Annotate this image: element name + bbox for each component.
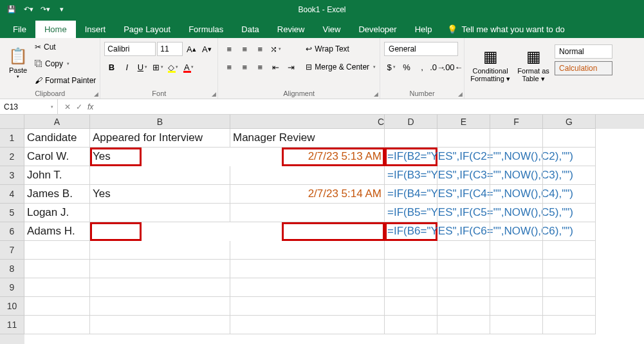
cell[interactable] — [230, 204, 385, 222]
cell[interactable] — [230, 241, 385, 260]
cell[interactable]: Appeared for Interview — [90, 129, 230, 148]
number-launcher-icon[interactable]: ◢ — [458, 91, 463, 97]
accounting-format-icon[interactable]: $ — [384, 60, 398, 74]
cell[interactable] — [385, 316, 437, 334]
tab-view[interactable]: View — [313, 21, 349, 38]
cell[interactable]: Yes — [90, 185, 230, 204]
increase-font-icon[interactable]: A▴ — [184, 42, 198, 56]
cell[interactable] — [490, 222, 543, 241]
paste-button[interactable]: 📋 Paste ▾ — [4, 40, 32, 85]
cell[interactable]: James B. — [24, 185, 90, 204]
cell[interactable] — [490, 260, 543, 278]
fill-color-button[interactable]: ◇ — [166, 60, 180, 74]
column-header[interactable]: F — [490, 115, 543, 129]
cancel-formula-icon[interactable]: ✕ — [64, 102, 71, 111]
cell[interactable] — [24, 241, 90, 260]
cell[interactable] — [490, 204, 543, 222]
cell[interactable] — [90, 316, 230, 334]
column-header[interactable]: G — [543, 115, 596, 129]
cell[interactable] — [437, 166, 490, 185]
align-middle-icon[interactable]: ≡ — [237, 42, 252, 56]
cell[interactable] — [90, 204, 230, 222]
cell[interactable]: =IF(B2="YES",IF(C2="",NOW(),C2),"") — [385, 148, 437, 166]
align-top-icon[interactable]: ≡ — [222, 42, 236, 56]
tab-data[interactable]: Data — [232, 21, 268, 38]
row-header[interactable]: 4 — [0, 185, 24, 204]
cell[interactable] — [543, 278, 596, 297]
row-header[interactable]: 8 — [0, 260, 24, 278]
cell[interactable]: Yes — [90, 148, 142, 166]
cell[interactable] — [385, 278, 437, 297]
orientation-icon[interactable]: ⤭ — [268, 42, 282, 56]
copy-button[interactable]: ⿻Copy — [35, 57, 96, 71]
cell[interactable]: Candidate — [24, 129, 90, 148]
style-calculation[interactable]: Calculation — [555, 61, 612, 75]
cell[interactable] — [385, 260, 437, 278]
cell[interactable] — [490, 278, 543, 297]
column-header[interactable]: C — [230, 115, 385, 129]
cell[interactable] — [437, 222, 490, 241]
align-bottom-icon[interactable]: ≡ — [253, 42, 267, 56]
align-left-icon[interactable]: ≡ — [222, 60, 236, 74]
cell[interactable] — [437, 148, 490, 166]
increase-indent-icon[interactable]: ⇥ — [284, 60, 298, 74]
font-name-select[interactable] — [104, 42, 156, 56]
cell[interactable] — [230, 316, 385, 334]
cell[interactable] — [24, 297, 90, 316]
tab-insert[interactable]: Insert — [76, 21, 115, 38]
row-header[interactable]: 6 — [0, 222, 24, 241]
cell[interactable] — [437, 278, 490, 297]
cut-button[interactable]: Cut — [35, 40, 96, 54]
font-size-select[interactable] — [157, 42, 183, 56]
cell[interactable]: =IF(B6="YES",IF(C6="",NOW(),C6),"") — [385, 222, 437, 241]
cell[interactable] — [282, 222, 385, 241]
cell[interactable] — [437, 297, 490, 316]
decrease-indent-icon[interactable]: ⇤ — [268, 60, 282, 74]
column-header[interactable]: A — [24, 115, 90, 129]
cell[interactable] — [230, 260, 385, 278]
tab-help[interactable]: Help — [406, 21, 441, 38]
cell[interactable]: =IF(B5="YES",IF(C5="",NOW(),C5),"") — [385, 204, 437, 222]
cell[interactable] — [230, 297, 385, 316]
merge-center-button[interactable]: ⊟Merge & Center — [306, 60, 376, 74]
column-header[interactable]: B — [90, 115, 230, 129]
cell[interactable] — [24, 260, 90, 278]
percent-format-icon[interactable]: % — [400, 60, 414, 74]
tab-review[interactable]: Review — [268, 21, 314, 38]
cell[interactable] — [543, 129, 596, 148]
save-icon[interactable]: 💾 — [5, 3, 18, 16]
cell[interactable] — [90, 241, 230, 260]
cell[interactable] — [543, 204, 596, 222]
fx-icon[interactable]: fx — [87, 102, 97, 111]
cell[interactable] — [230, 166, 385, 185]
align-center-icon[interactable]: ≡ — [237, 60, 252, 74]
cell[interactable]: John T. — [24, 166, 90, 185]
cell[interactable] — [490, 185, 543, 204]
row-header[interactable]: 3 — [0, 166, 24, 185]
conditional-formatting-button[interactable]: ▦ Conditional Formatting ▾ — [468, 42, 512, 87]
row-header[interactable]: 9 — [0, 278, 24, 297]
row-header[interactable]: 5 — [0, 204, 24, 222]
cell[interactable]: =IF(B3="YES",IF(C3="",NOW(),C3),"") — [385, 166, 437, 185]
tab-formulas[interactable]: Formulas — [179, 21, 232, 38]
wrap-text-button[interactable]: ↩Wrap Text — [306, 42, 376, 56]
decrease-decimal-icon[interactable]: .00← — [446, 60, 460, 74]
name-box[interactable]: C13 ▾ — [0, 99, 58, 114]
row-header[interactable]: 10 — [0, 297, 24, 316]
redo-icon[interactable]: ↷▾ — [39, 3, 51, 16]
cell[interactable] — [490, 129, 543, 148]
cell[interactable] — [90, 278, 230, 297]
cell[interactable] — [543, 185, 596, 204]
tell-me-search[interactable]: 💡 Tell me what you want to do — [441, 21, 571, 38]
cell[interactable] — [490, 241, 543, 260]
cell[interactable] — [543, 297, 596, 316]
cell[interactable] — [437, 260, 490, 278]
decrease-font-icon[interactable]: A▾ — [199, 42, 214, 56]
row-header[interactable]: 2 — [0, 148, 24, 166]
cell[interactable] — [490, 316, 543, 334]
cell[interactable] — [490, 148, 543, 166]
cell[interactable] — [437, 241, 490, 260]
font-launcher-icon[interactable]: ◢ — [212, 91, 216, 97]
tab-developer[interactable]: Developer — [349, 21, 405, 38]
tab-home[interactable]: Home — [35, 21, 76, 38]
